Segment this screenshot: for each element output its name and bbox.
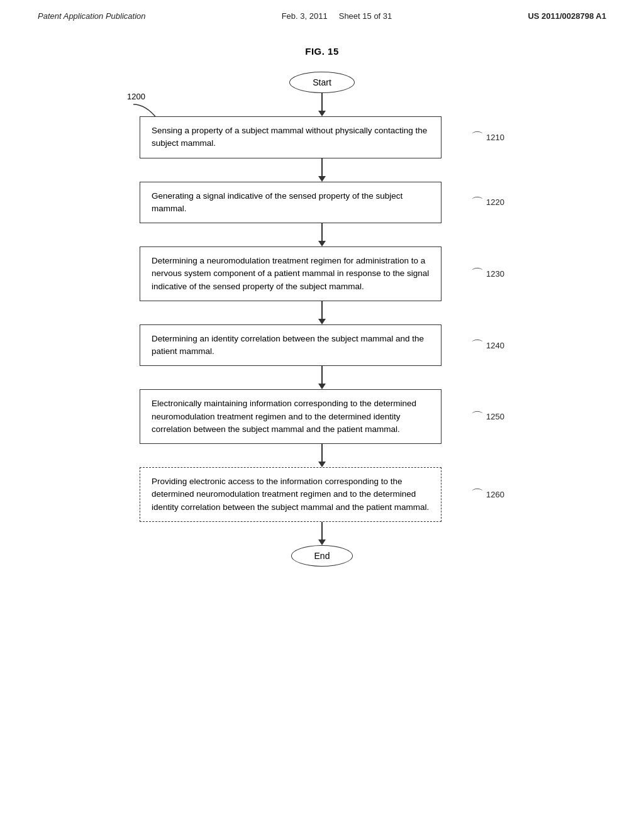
header-left: Patent Application Publication — [38, 11, 146, 21]
step-1260-label: ⌒ 1260 — [471, 488, 504, 501]
step-1250-wrapper: Electronically maintaining information c… — [140, 389, 504, 444]
arrow-4 — [318, 366, 326, 389]
arrow-1 — [318, 158, 326, 182]
arrow-3 — [318, 301, 326, 324]
flowchart-container: 1200 Start Sensing a property of a subje… — [127, 72, 517, 567]
arrow-5 — [318, 444, 326, 467]
page-content: FIG. 15 1200 Start Sensing a pro — [0, 27, 644, 592]
end-oval: End — [291, 545, 353, 567]
step-1240-wrapper: Determining an identity correlation betw… — [140, 324, 504, 367]
step-1260-wrapper: Providing electronic access to the infor… — [140, 467, 504, 522]
step-1250-label: ⌒ 1250 — [471, 411, 504, 423]
step-1230-wrapper: Determining a neuromodulation treatment … — [140, 246, 504, 301]
step-1250-box: Electronically maintaining information c… — [140, 389, 441, 444]
step-1230-label: ⌒ 1230 — [471, 267, 504, 280]
flowchart: Start Sensing a property of a subject ma… — [127, 72, 517, 567]
step-1210-label: ⌒ 1210 — [471, 131, 504, 143]
step-1240-label: ⌒ 1240 — [471, 339, 504, 351]
step-1220-label: ⌒ 1220 — [471, 196, 504, 209]
end-oval-wrapper: End — [291, 545, 353, 567]
step-1230-box: Determining a neuromodulation treatment … — [140, 246, 441, 301]
header-center: Feb. 3, 2011 Sheet 15 of 31 — [282, 11, 392, 21]
arrow-0 — [318, 93, 326, 116]
page-header: Patent Application Publication Feb. 3, 2… — [0, 0, 644, 27]
step-1220-wrapper: Generating a signal indicative of the se… — [140, 182, 504, 224]
step-1240-box: Determining an identity correlation betw… — [140, 324, 441, 367]
step-1260-box: Providing electronic access to the infor… — [140, 467, 441, 522]
arrow-6 — [318, 522, 326, 545]
step-1210-wrapper: Sensing a property of a subject mammal w… — [140, 116, 504, 158]
start-oval: Start — [289, 72, 355, 93]
step-1220-box: Generating a signal indicative of the se… — [140, 182, 441, 224]
arrow-2 — [318, 223, 326, 246]
step-1210-box: Sensing a property of a subject mammal w… — [140, 116, 441, 158]
figure-title: FIG. 15 — [305, 46, 339, 57]
header-right: US 2011/0028798 A1 — [528, 11, 606, 21]
start-oval-wrapper: Start — [289, 72, 355, 93]
